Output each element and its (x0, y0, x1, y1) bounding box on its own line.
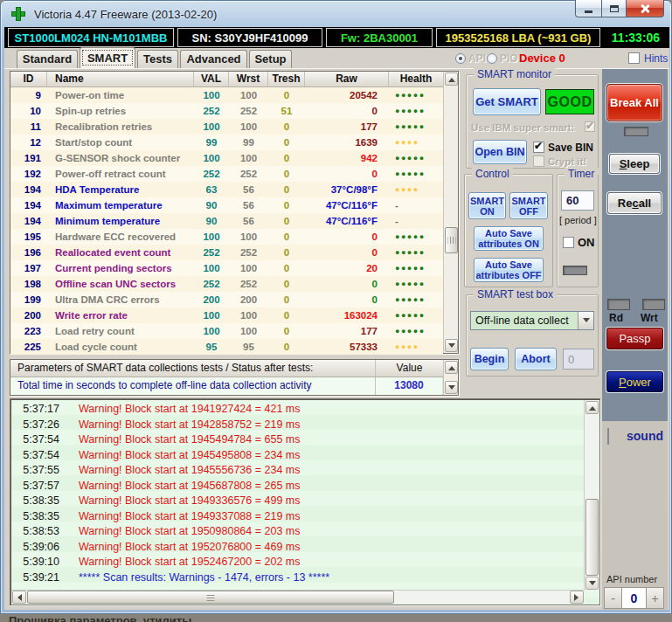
smart-test-box-title: SMART test box (474, 288, 557, 301)
log-hscrollbar[interactable] (11, 590, 585, 604)
smart-row-192[interactable]: 192Power-off retract count25225200●●●●● (10, 166, 443, 182)
params-scroll-down[interactable] (445, 381, 458, 394)
log-line: 5:38:35Warning! Block start at 194933708… (12, 509, 582, 525)
crypt-checkbox[interactable] (533, 156, 544, 167)
maximize-button[interactable] (601, 0, 626, 17)
hints-checkbox[interactable] (628, 52, 640, 64)
tab-standard[interactable]: Standard (17, 50, 78, 68)
scroll-up-button[interactable] (445, 73, 458, 86)
tab-smart[interactable]: SMART (80, 47, 135, 68)
log-scroll-up[interactable] (585, 401, 599, 414)
params-scrollbar[interactable] (443, 360, 458, 395)
drive-capacity: 1953525168 LBA (~931 GB) (436, 28, 600, 47)
autosave-on-button[interactable]: Auto Save attributes ON (474, 226, 544, 251)
cell: 225 (10, 339, 47, 355)
client-area: ID Name VAL Wrst Tresh Raw Health 9Power… (4, 69, 669, 610)
smart-row-200[interactable]: 200Write error rate1001000163024●●●●● (10, 308, 443, 323)
smart-off-button[interactable]: SMART OFF (509, 192, 548, 219)
cell: 100 (229, 119, 268, 135)
log-scroll-left[interactable] (12, 591, 26, 604)
test-select-dropdown[interactable]: Off-line data collect (470, 311, 594, 330)
smart-row-194[interactable]: 194HDA Temperature6356037°C/98°F●●●● (10, 182, 443, 197)
screen: Victoria 4.47 Freeware (2013-02-20) ST10… (0, 0, 672, 622)
api-number-increment[interactable]: + (646, 587, 664, 609)
pio-radio[interactable] (487, 53, 497, 64)
close-button[interactable] (626, 0, 664, 17)
get-smart-button[interactable]: Get SMART (473, 88, 541, 115)
save-bin-checkbox[interactable] (533, 142, 544, 153)
timer-on-label: ON (578, 236, 595, 249)
tab-tests[interactable]: Tests (137, 50, 178, 68)
cell: 252 (229, 276, 268, 292)
log-time: 5:38:35 (12, 509, 59, 525)
recall-button[interactable]: Recall (607, 192, 662, 214)
cell: 252 (229, 166, 268, 182)
smart-table-scrollbar[interactable] (443, 72, 458, 353)
cell: Spin-up retries (47, 103, 194, 119)
scroll-down-button[interactable] (445, 339, 458, 352)
timer-on-checkbox[interactable] (563, 237, 574, 248)
log-message: Warning! Block start at 1952467200 = 202… (79, 556, 301, 568)
log-scroll-right[interactable] (570, 591, 584, 604)
log-vscroll-thumb[interactable] (585, 499, 599, 576)
smart-row-194[interactable]: 194Maximum temperature9056047°C/116°F- (10, 197, 443, 213)
log-vscrollbar[interactable] (584, 400, 599, 591)
abort-button[interactable]: Abort (515, 348, 557, 370)
smart-row-9[interactable]: 9Power-on time100100020542●●●●● (10, 87, 443, 103)
smart-row-194[interactable]: 194Minimum temperature9056047°C/116°F- (10, 213, 443, 229)
arrow-up-icon (589, 403, 596, 411)
cell: 0 (268, 182, 305, 197)
log-scroll-down[interactable] (585, 577, 599, 590)
params-data-row[interactable]: Total time in seconds to complete off-li… (10, 377, 443, 395)
params-table: Parameters of SMART data collections tes… (10, 359, 459, 396)
open-bin-button[interactable]: Open BIN (473, 140, 527, 164)
log-line: 5:38:53Warning! Block start at 195098086… (12, 524, 582, 540)
power-button[interactable]: Power (606, 371, 663, 392)
smart-on-button[interactable]: SMART ON (468, 192, 506, 219)
smart-row-191[interactable]: 191G-SENSOR shock counter1001000942●●●●● (10, 150, 443, 166)
sound-checkbox[interactable] (607, 428, 609, 445)
tab-advanced[interactable]: Advanced (180, 50, 247, 68)
api-number-decrement[interactable]: - (604, 587, 622, 609)
password-button[interactable]: Passp (606, 328, 663, 349)
minimize-button[interactable] (575, 0, 601, 17)
smart-row-11[interactable]: 11Recalibration retries1001000177●●●●● (10, 119, 443, 135)
sound-row: sound (607, 429, 609, 445)
smart-row-223[interactable]: 223Load retry count1001000177●●●●● (10, 323, 443, 339)
cell: 100 (194, 87, 229, 103)
smart-row-225[interactable]: 225Load cycle count9595057333●●●● (10, 339, 443, 355)
api-radio[interactable] (455, 53, 466, 64)
cell: 10 (10, 103, 47, 119)
log-hscroll-thumb[interactable] (27, 591, 394, 604)
smart-row-10[interactable]: 10Spin-up retries252252510●●●●● (10, 103, 443, 119)
timer-period-input[interactable] (561, 190, 594, 211)
tab-setup[interactable]: Setup (249, 50, 292, 68)
cell: 100 (229, 150, 268, 166)
smart-row-197[interactable]: 197Current pending sectors100100020●●●●● (10, 260, 443, 276)
arrow-down-icon (448, 343, 455, 351)
smart-row-198[interactable]: 198Offline scan UNC sectors25225200●●●●● (10, 276, 443, 292)
title-bar[interactable]: Victoria 4.47 Freeware (2013-02-20) (1, 1, 671, 27)
cell: 1639 (305, 135, 389, 150)
dropdown-button[interactable] (578, 312, 593, 329)
smart-row-195[interactable]: 195Hardware ECC recovered10010000●●●●● (10, 229, 443, 245)
background-window-strip: Прошивка параметров, утилиты (0, 614, 672, 622)
cell: 191 (10, 150, 47, 166)
smart-row-12[interactable]: 12Start/stop count999901639●●●● (10, 135, 443, 150)
ibm-smart-checkbox[interactable] (585, 121, 595, 132)
cell: 95 (229, 339, 268, 355)
smart-row-199[interactable]: 199Ultra DMA CRC errors20020000●●●●● (10, 292, 443, 308)
cell: 12 (10, 135, 47, 150)
break-all-button[interactable]: Break All (606, 84, 662, 121)
smart-monitor-title: SMART monitor (474, 68, 555, 80)
autosave-off-button[interactable]: Auto Save attributes OFF (474, 258, 544, 282)
params-scroll-up[interactable] (445, 361, 458, 374)
test-counter-input[interactable] (563, 349, 594, 370)
smart-row-196[interactable]: 196Reallocated event count25225200●●●●● (10, 245, 443, 260)
scroll-thumb[interactable] (445, 227, 458, 253)
begin-button[interactable]: Begin (470, 348, 509, 370)
cell: 163024 (305, 308, 389, 323)
cell: Reallocated event count (47, 245, 194, 260)
sleep-button[interactable]: Sleep (609, 154, 660, 174)
log-time: 5:39:06 (12, 540, 59, 556)
